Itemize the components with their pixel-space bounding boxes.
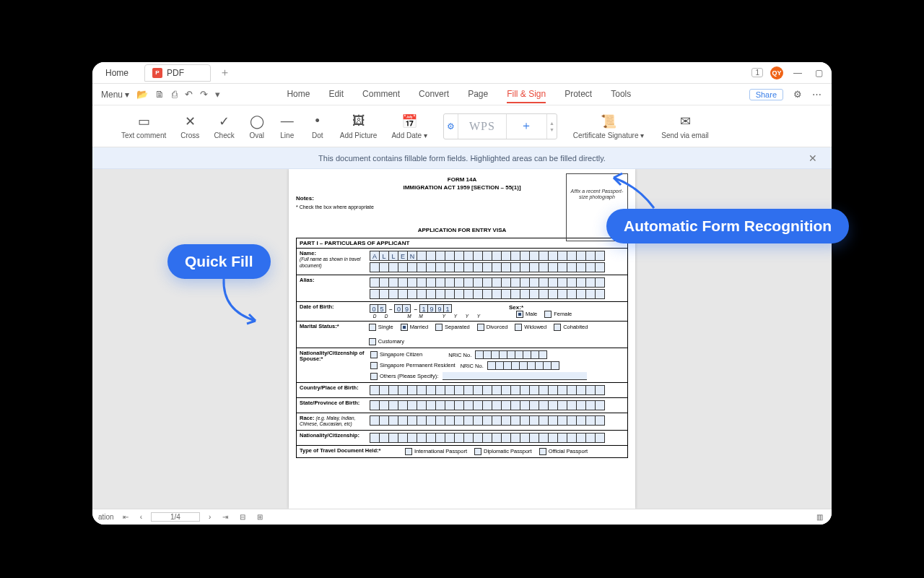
cob-field[interactable] — [370, 385, 605, 395]
option-separated[interactable]: Separated — [435, 324, 470, 331]
dob-label: Date of Birth: — [300, 304, 366, 310]
option-divorced[interactable]: Divorced — [477, 324, 508, 331]
ribbon-check[interactable]: ✓Check — [206, 113, 241, 139]
nric-field-1[interactable] — [476, 350, 547, 359]
alias-field-2[interactable] — [370, 289, 605, 299]
dob-field[interactable]: 05– 09– 1991 — [370, 304, 483, 313]
send-email-button[interactable]: ✉ Send via email — [654, 113, 716, 139]
menu-tab-page[interactable]: Page — [468, 86, 488, 103]
more-icon[interactable]: ⋯ — [812, 89, 821, 100]
callout-auto-form: Automatic Form Recognition — [606, 209, 849, 243]
name-field[interactable]: ALLEN — [370, 251, 605, 261]
option-international-passport[interactable]: International Passport — [405, 448, 467, 455]
tab-home[interactable]: Home — [92, 62, 141, 83]
last-page-icon[interactable]: ⇥ — [219, 513, 231, 521]
nat-field[interactable] — [370, 433, 605, 443]
ribbon-add-date-[interactable]: 📅Add Date ▾ — [384, 113, 434, 139]
option-male[interactable]: Male — [516, 311, 537, 318]
more-qat-icon[interactable]: ▾ — [215, 89, 220, 100]
race-label: Race: (e.g. Malay, Indian, Chinese, Cauc… — [300, 415, 366, 428]
menu-tab-edit[interactable]: Edit — [328, 86, 344, 103]
zoom-out-icon[interactable]: ⊟ — [237, 513, 248, 521]
signature-sample[interactable]: WPS — [458, 120, 506, 133]
spouse-opt-0[interactable]: Singapore Citizen — [370, 351, 422, 358]
ribbon-cross[interactable]: ✕Cross — [173, 113, 206, 139]
page-indicator[interactable]: 1/4 — [151, 512, 200, 522]
option-official-passport[interactable]: Official Passport — [539, 448, 588, 455]
option-married[interactable]: Married — [401, 324, 428, 331]
option-cohabited[interactable]: Cohabited — [554, 324, 588, 331]
first-page-icon[interactable]: ⇤ — [120, 513, 131, 521]
print-icon[interactable]: ⎙ — [172, 89, 178, 100]
add-signature-button[interactable]: ＋ — [506, 114, 546, 139]
titlebar: Home P PDF ＋ 1 QY — ▢ — [92, 62, 832, 84]
option-single[interactable]: Single — [369, 324, 393, 331]
spouse-other-field[interactable] — [443, 372, 587, 380]
nric-field-2[interactable] — [488, 361, 559, 370]
next-page-icon[interactable]: › — [206, 513, 214, 521]
sex-label: Sex:* — [509, 304, 523, 311]
close-notice-icon[interactable]: ✕ — [808, 152, 817, 164]
app-window: Home P PDF ＋ 1 QY — ▢ Menu ▾ 📂 🗎 ⎙ ↶ ↷ ▾… — [92, 62, 832, 525]
open-icon[interactable]: 📂 — [136, 89, 148, 100]
part-1: PART I – PARTICULARS OF APPLICANT Name: … — [296, 238, 628, 458]
zoom-in-icon[interactable]: ⊞ — [254, 513, 266, 521]
minimize-icon[interactable]: — — [790, 68, 805, 78]
menurow: Menu ▾ 📂 🗎 ⎙ ↶ ↷ ▾ HomeEditCommentConver… — [92, 84, 832, 105]
spouse-opt-2[interactable]: Others (Please Specify): — [370, 372, 587, 380]
signature-stepper[interactable]: ▲▼ — [546, 114, 557, 139]
menu-tab-home[interactable]: Home — [287, 86, 310, 103]
option-diplomatic-passport[interactable]: Diplomatic Passport — [474, 448, 532, 455]
cob-label: Country/Place of Birth: — [300, 385, 366, 391]
notice-text: This document contains fillable form fie… — [318, 154, 606, 163]
sob-label: State/Province of Birth: — [300, 400, 366, 406]
tab-pdf-label: PDF — [167, 68, 184, 78]
name-label: Name: (Full name as shown in travel docu… — [300, 251, 366, 269]
certificate-signature-label: Certificate Signature ▾ — [573, 131, 644, 139]
settings-icon[interactable]: ⚙ — [793, 89, 802, 100]
ribbon-line[interactable]: —Line — [272, 113, 302, 139]
ribbon-oval[interactable]: ◯Oval — [242, 113, 272, 139]
dob-legend: DD MM YYYY — [370, 314, 483, 319]
pdf-page: Affix a recent Passport-size photograph … — [289, 169, 635, 509]
menu-tab-tools[interactable]: Tools — [611, 86, 631, 103]
status-left: ation — [98, 513, 114, 521]
certificate-signature-button[interactable]: 📜 Certificate Signature ▾ — [566, 113, 651, 139]
share-button[interactable]: Share — [749, 89, 783, 100]
sex-options: MaleFemale — [516, 311, 572, 318]
avatar[interactable]: QY — [770, 66, 783, 79]
ribbon-dot[interactable]: •Dot — [302, 113, 333, 139]
option-widowed[interactable]: Widowed — [515, 324, 546, 331]
spouse-opt-1[interactable]: Singapore Permanent Resident — [370, 362, 456, 369]
tab-pdf[interactable]: P PDF — [144, 64, 211, 82]
menu-tab-convert[interactable]: Convert — [419, 86, 449, 103]
travel-label: Type of Travel Document Held:* — [300, 448, 401, 454]
pdf-icon: P — [152, 68, 162, 78]
view-mode-icon[interactable]: ▥ — [814, 513, 826, 521]
travel-options: International PassportDiplomatic Passpor… — [405, 448, 588, 455]
menu-tab-comment[interactable]: Comment — [362, 86, 400, 103]
signature-preview: ⚙ WPS ＋ ▲▼ — [443, 113, 557, 139]
race-field[interactable] — [370, 415, 605, 426]
undo-icon[interactable]: ↶ — [185, 89, 193, 100]
ribbon-add-picture[interactable]: 🖼Add Picture — [333, 113, 385, 139]
menu-tab-fill-sign[interactable]: Fill & Sign — [507, 86, 546, 103]
menu-dropdown[interactable]: Menu ▾ — [101, 90, 129, 100]
prev-page-icon[interactable]: ‹ — [137, 513, 145, 521]
menu-tab-protect[interactable]: Protect — [565, 86, 592, 103]
option-customary[interactable]: Customary — [369, 338, 404, 345]
spouse-label: Nationality/Citizenship of Spouse:* — [300, 350, 366, 380]
signature-settings-icon[interactable]: ⚙ — [444, 114, 458, 139]
name-field-2[interactable] — [370, 262, 605, 272]
sob-field[interactable] — [370, 400, 605, 410]
maximize-icon[interactable]: ▢ — [812, 68, 826, 78]
send-email-label: Send via email — [661, 131, 709, 139]
alias-field[interactable] — [370, 277, 605, 288]
ribbon-text-comment[interactable]: ▭Text comment — [114, 113, 173, 139]
notification-badge[interactable]: 1 — [751, 68, 763, 77]
option-female[interactable]: Female — [544, 311, 572, 318]
redo-icon[interactable]: ↷ — [200, 89, 208, 100]
add-tab-button[interactable]: ＋ — [217, 66, 232, 79]
marital-label: Marital Status:* — [300, 324, 365, 329]
save-icon[interactable]: 🗎 — [155, 89, 165, 100]
